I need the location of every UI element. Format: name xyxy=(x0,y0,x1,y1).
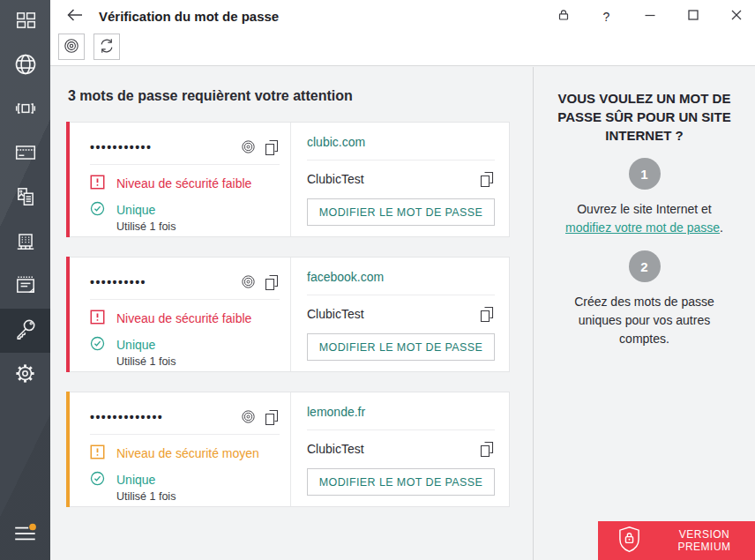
security-level-label: Niveau de sécurité faible xyxy=(116,311,251,325)
divider xyxy=(307,429,495,430)
copy-password-button[interactable] xyxy=(264,408,280,425)
toolbar xyxy=(50,34,755,60)
copy-password-button[interactable] xyxy=(264,273,280,290)
bank-card-icon xyxy=(14,141,37,168)
sidebar-item-dashboard[interactable] xyxy=(0,0,50,44)
step-1-line: Ouvrez le site Internet et xyxy=(577,202,712,216)
sidebar-item-addresses[interactable] xyxy=(0,220,50,265)
usage-label: Utilisé 1 fois xyxy=(116,490,280,503)
globe-icon xyxy=(13,52,38,80)
back-button[interactable] xyxy=(64,5,86,28)
reveal-password-button[interactable] xyxy=(240,138,257,155)
password-card-left: •••••••••• Niveau de sécurité faible Uni… xyxy=(71,258,290,371)
header: Vérification du mot de passe ? xyxy=(50,0,755,66)
step-1-suffix: . xyxy=(720,220,723,235)
security-status-row: Niveau de sécurité faible xyxy=(90,310,280,327)
page-title: Vérification du mot de passe xyxy=(99,9,279,24)
sidebar xyxy=(0,0,50,560)
sidebar-menu-button[interactable] xyxy=(0,518,50,553)
premium-version-label: VERSION PREMIUM xyxy=(654,528,755,553)
dashboard-icon xyxy=(14,9,37,35)
menu-icon xyxy=(12,521,39,549)
maximize-button[interactable] xyxy=(685,9,700,24)
site-link[interactable]: facebook.com xyxy=(307,270,384,284)
reveal-password-button[interactable] xyxy=(240,408,257,425)
maximize-icon xyxy=(687,9,699,24)
unique-label: Unique xyxy=(116,338,155,352)
sidebar-item-applications[interactable] xyxy=(0,88,50,132)
site-link[interactable]: clubic.com xyxy=(307,135,365,149)
divider xyxy=(307,160,495,161)
unique-label: Unique xyxy=(116,473,155,487)
documents-icon xyxy=(14,185,37,212)
warning-icon xyxy=(90,175,105,192)
lock-icon xyxy=(557,8,571,25)
modify-password-button[interactable]: MODIFIER LE MOT DE PASSE xyxy=(307,333,495,361)
sidebar-item-notes[interactable] xyxy=(0,265,50,309)
divider xyxy=(307,295,495,295)
show-passwords-button[interactable] xyxy=(58,34,85,60)
modify-password-button[interactable]: MODIFIER LE MOT DE PASSE xyxy=(307,198,495,226)
help-panel-heading: VOUS VOULEZ UN MOT DE PASSE SÛR POUR UN … xyxy=(551,89,737,145)
check-circle-icon xyxy=(90,471,105,489)
password-card-left: ••••••••••• Niveau de sécurité faible Un… xyxy=(71,123,290,236)
security-status-row: Niveau de sécurité moyen xyxy=(90,444,280,462)
password-card: •••••••••• Niveau de sécurité faible Uni… xyxy=(66,257,510,372)
warning-icon xyxy=(90,310,105,327)
step-1-text: Ouvrez le site Internet et modifiez votr… xyxy=(555,200,734,237)
login-name: ClubicTest xyxy=(307,172,479,186)
warning-icon xyxy=(90,444,105,462)
step-2-text: Créez des mots de passe uniques pour vos… xyxy=(555,293,734,348)
window-controls: ? xyxy=(556,9,755,24)
security-level-label: Niveau de sécurité moyen xyxy=(116,446,259,460)
password-check-panel: 3 mots de passe requièrent votre attenti… xyxy=(50,67,533,560)
premium-version-button[interactable]: VERSION PREMIUM xyxy=(598,521,755,560)
sidebar-item-documents[interactable] xyxy=(0,176,50,220)
login-name: ClubicTest xyxy=(307,307,479,321)
lock-button[interactable] xyxy=(556,9,571,24)
settings-gear-icon xyxy=(13,362,37,389)
applications-icon xyxy=(14,97,37,123)
refresh-button[interactable] xyxy=(93,34,120,60)
step-2-badge: 2 xyxy=(629,250,661,282)
sidebar-item-bank-cards[interactable] xyxy=(0,132,50,176)
copy-login-button[interactable] xyxy=(479,170,495,187)
password-card: ••••••••••••• Niveau de sécurité moyen U… xyxy=(66,392,510,507)
notes-icon xyxy=(14,273,37,300)
password-card-right: clubic.com ClubicTest MODIFIER LE MOT DE… xyxy=(291,123,509,236)
sidebar-item-passwords[interactable] xyxy=(0,309,50,353)
password-card: ••••••••••• Niveau de sécurité faible Un… xyxy=(66,122,510,237)
unique-status-row: Unique xyxy=(90,471,280,489)
security-level-label: Niveau de sécurité faible xyxy=(116,176,251,190)
sidebar-item-settings[interactable] xyxy=(0,353,50,397)
login-name: ClubicTest xyxy=(307,442,479,456)
step-1-badge: 1 xyxy=(629,158,661,190)
modify-password-link[interactable]: modifiez votre mot de passe xyxy=(565,220,720,235)
password-mask: ••••••••••• xyxy=(90,141,233,153)
password-card-right: facebook.com ClubicTest MODIFIER LE MOT … xyxy=(291,258,509,371)
unique-label: Unique xyxy=(116,203,155,217)
attention-heading: 3 mots de passe requièrent votre attenti… xyxy=(68,88,533,104)
password-mask: •••••••••• xyxy=(90,276,233,288)
addresses-icon xyxy=(14,229,37,256)
password-card-left: ••••••••••••• Niveau de sécurité moyen U… xyxy=(71,392,290,506)
password-mask: ••••••••••••• xyxy=(90,411,233,423)
site-link[interactable]: lemonde.fr xyxy=(307,405,365,419)
minimize-button[interactable] xyxy=(642,9,657,24)
security-status-row: Niveau de sécurité faible xyxy=(90,175,280,192)
minimize-icon xyxy=(644,9,656,24)
modify-password-button[interactable]: MODIFIER LE MOT DE PASSE xyxy=(307,468,495,496)
usage-label: Utilisé 1 fois xyxy=(116,220,280,233)
copy-password-button[interactable] xyxy=(264,138,280,155)
check-circle-icon xyxy=(90,336,105,354)
close-button[interactable] xyxy=(729,9,744,24)
copy-login-button[interactable] xyxy=(479,440,495,457)
back-arrow-icon xyxy=(65,7,85,26)
eye-icon xyxy=(63,37,80,57)
unique-status-row: Unique xyxy=(90,201,280,219)
sidebar-item-websites[interactable] xyxy=(0,44,50,88)
copy-login-button[interactable] xyxy=(479,305,495,322)
reveal-password-button[interactable] xyxy=(240,273,257,290)
close-icon xyxy=(730,9,743,24)
help-button[interactable]: ? xyxy=(599,9,614,24)
